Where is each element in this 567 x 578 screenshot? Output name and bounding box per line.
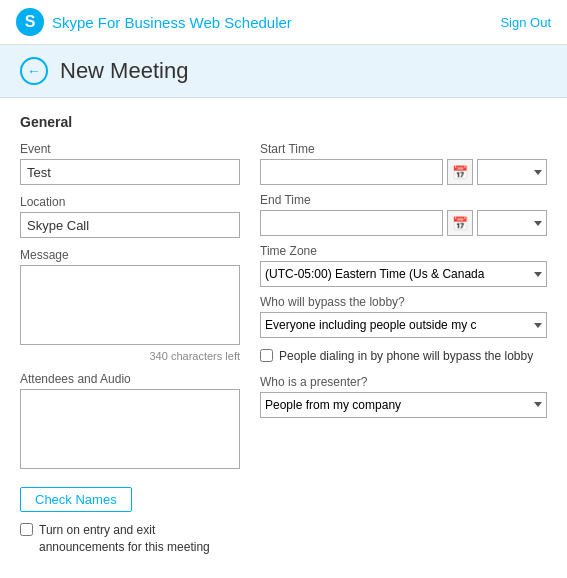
main-content: General Event Location Message 340 chara…: [0, 98, 567, 576]
page-header: ← New Meeting: [0, 45, 567, 98]
presenter-label: Who is a presenter?: [260, 375, 547, 389]
page-title: New Meeting: [60, 58, 188, 84]
phone-bypass-checkbox[interactable]: [260, 349, 273, 362]
calendar-icon-symbol: 📅: [452, 165, 468, 180]
phone-bypass-checkbox-row: People dialing in by phone will bypass t…: [260, 348, 547, 365]
announcement-checkbox-row: Turn on entry and exit announcements for…: [20, 522, 240, 556]
form-left-column: Event Location Message 340 characters le…: [20, 142, 240, 556]
event-label: Event: [20, 142, 240, 156]
attendees-label: Attendees and Audio: [20, 372, 240, 386]
announcement-label: Turn on entry and exit announcements for…: [39, 522, 240, 556]
app-header: S Skype For Business Web Scheduler Sign …: [0, 0, 567, 45]
app-title: Skype For Business Web Scheduler: [52, 14, 292, 31]
message-label: Message: [20, 248, 240, 262]
check-names-button[interactable]: Check Names: [20, 487, 132, 512]
char-count: 340 characters left: [20, 350, 240, 362]
lobby-select[interactable]: Everyone including people outside my c: [260, 312, 547, 338]
location-field-group: Location: [20, 195, 240, 238]
end-date-input[interactable]: [260, 210, 443, 236]
back-button[interactable]: ←: [20, 57, 48, 85]
attendees-field-group: Attendees and Audio: [20, 372, 240, 469]
back-arrow-icon: ←: [27, 63, 41, 79]
presenter-select[interactable]: People from my company: [260, 392, 547, 418]
timezone-label: Time Zone: [260, 244, 547, 258]
lobby-field-group: Who will bypass the lobby? Everyone incl…: [260, 295, 547, 338]
end-time-field-group: End Time 📅: [260, 193, 547, 236]
event-input[interactable]: [20, 159, 240, 185]
general-section-title: General: [20, 114, 547, 130]
skype-icon: S: [16, 8, 44, 36]
announcement-checkbox[interactable]: [20, 523, 33, 536]
start-time-field-group: Start Time 📅: [260, 142, 547, 185]
message-textarea[interactable]: [20, 265, 240, 345]
event-field-group: Event: [20, 142, 240, 185]
start-time-label: Start Time: [260, 142, 547, 156]
message-field-group: Message 340 characters left: [20, 248, 240, 362]
timezone-field-group: Time Zone (UTC-05:00) Eastern Time (Us &…: [260, 244, 547, 287]
location-label: Location: [20, 195, 240, 209]
presenter-field-group: Who is a presenter? People from my compa…: [260, 375, 547, 418]
start-date-input[interactable]: [260, 159, 443, 185]
lobby-label: Who will bypass the lobby?: [260, 295, 547, 309]
start-time-select[interactable]: [477, 159, 547, 185]
location-input[interactable]: [20, 212, 240, 238]
form-right-column: Start Time 📅 End Time 📅: [260, 142, 547, 556]
start-calendar-icon[interactable]: 📅: [447, 159, 473, 185]
end-calendar-icon[interactable]: 📅: [447, 210, 473, 236]
timezone-select[interactable]: (UTC-05:00) Eastern Time (Us & Canada: [260, 261, 547, 287]
end-time-label: End Time: [260, 193, 547, 207]
end-time-row: 📅: [260, 210, 547, 236]
calendar-icon-symbol-2: 📅: [452, 216, 468, 231]
sign-out-link[interactable]: Sign Out: [500, 15, 551, 30]
app-logo: S Skype For Business Web Scheduler: [16, 8, 292, 36]
phone-bypass-label: People dialing in by phone will bypass t…: [279, 348, 533, 365]
end-time-select[interactable]: [477, 210, 547, 236]
form-grid: Event Location Message 340 characters le…: [20, 142, 547, 556]
attendees-box[interactable]: [20, 389, 240, 469]
start-time-row: 📅: [260, 159, 547, 185]
